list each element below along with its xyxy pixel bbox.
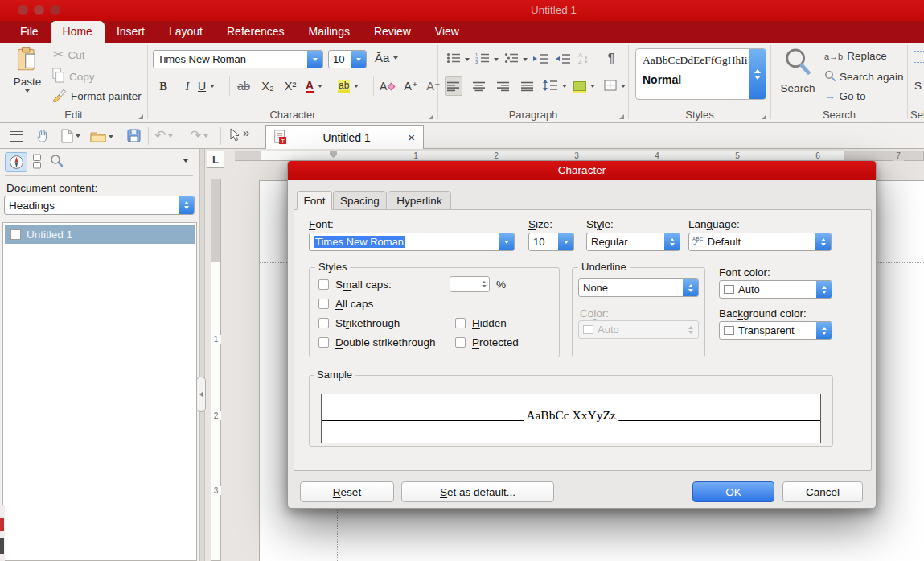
close-tab-icon[interactable]: × [406,130,417,144]
font-color-combobox[interactable]: Auto [719,280,832,299]
paragraph-background-caret[interactable] [590,85,595,88]
spinner-button[interactable] [683,279,698,296]
select-cursor-button[interactable] [227,128,239,142]
font-color-caret[interactable] [318,85,322,88]
format-painter-button[interactable]: Format painter [51,87,142,105]
menu-home[interactable]: Home [51,21,105,43]
document-tab[interactable]: T Untitled 1 × [265,125,424,149]
spinner-button[interactable] [478,277,489,291]
subscript-button[interactable]: X₂ [259,76,277,96]
dropdown-button[interactable] [499,233,514,250]
bullet-list-button[interactable] [446,52,470,66]
reset-button[interactable]: Reset [300,481,394,502]
dialog-font-name-combobox[interactable]: Times New Roman [309,233,515,251]
highlight-caret[interactable] [354,85,359,88]
character-dialog-launcher[interactable] [429,114,433,119]
style-gallery-spinner[interactable] [749,49,766,99]
line-spacing-caret[interactable] [562,85,567,88]
dropdown-button[interactable] [307,51,322,68]
superscript-button[interactable]: X² [281,76,299,96]
styles-dialog-launcher[interactable] [762,114,766,119]
save-button[interactable] [127,129,141,142]
paste-dropdown-caret[interactable] [25,89,30,93]
multilevel-list-caret[interactable] [523,58,528,61]
paste-button[interactable]: Paste [8,47,47,93]
horizontal-ruler-left-margin[interactable] [235,151,261,161]
underline-style-combobox[interactable]: None [578,278,699,297]
small-caps-checkbox[interactable] [318,279,329,290]
change-case-caret[interactable] [393,56,398,60]
toolbar-overflow-button[interactable]: » [243,126,249,139]
menu-mailings[interactable]: Mailings [297,21,362,43]
tab-stop-selector[interactable]: L [207,151,224,168]
cut-button[interactable]: ✂ Cut [53,48,84,61]
formatting-marks-button[interactable]: ¶ [602,49,620,68]
highlight-color-button[interactable]: ab [338,76,359,96]
content-tree-item[interactable]: Untitled 1 [5,225,195,244]
tab-hyperlink[interactable]: Hyperlink [388,191,451,210]
page-navigation-button[interactable] [32,154,42,169]
numbered-list-button[interactable]: 123 [475,52,499,66]
font-size-combobox[interactable]: 10 [328,50,367,68]
replace-button[interactable]: a→b Replace [824,50,887,62]
dialog-language-combobox[interactable]: ABC✓ Default [688,233,832,251]
redo-caret[interactable] [203,134,208,138]
direct-cursor-button[interactable] [35,128,51,143]
open-caret[interactable] [109,135,113,138]
menu-insert[interactable]: Insert [105,21,157,43]
set-as-default-button[interactable]: Set as default... [401,481,554,502]
menu-review[interactable]: Review [362,21,423,43]
align-left-button[interactable] [445,76,462,96]
sidebar-splitter[interactable] [199,149,205,561]
open-button[interactable] [90,130,113,142]
new-document-caret[interactable] [76,134,80,138]
dialog-size-combobox[interactable]: 10 [528,233,574,251]
dialog-style-combobox[interactable]: Regular [586,233,680,251]
menu-references[interactable]: References [215,21,297,43]
strikethrough-checkbox[interactable] [318,318,329,328]
window-close-button[interactable] [18,5,28,15]
search-button[interactable]: Search [776,47,819,94]
decrease-indent-button[interactable] [554,49,572,68]
strikethrough-button[interactable]: ab [235,76,253,96]
line-spacing-button[interactable] [543,76,567,96]
go-to-button[interactable]: → Go to [824,90,866,102]
style-gallery[interactable]: AaBbCcDdEeFfGgHhIi Normal [635,48,766,100]
sort-button[interactable]: A Z ↕ [578,49,589,68]
select-button[interactable]: S [914,80,922,92]
menu-file[interactable]: File [8,21,51,43]
window-zoom-button[interactable] [50,5,60,15]
grow-font-button[interactable]: A⁺ [402,76,420,96]
background-color-combobox[interactable]: Transparent [719,321,832,340]
content-tree[interactable]: Untitled 1 [2,222,197,561]
small-caps-percent-field[interactable] [450,276,490,292]
content-view-combobox[interactable]: Headings [4,196,195,215]
font-name-combobox[interactable]: Times New Roman [153,50,323,68]
dropdown-button[interactable] [558,233,573,250]
spinner-button[interactable] [816,281,832,298]
edit-dialog-launcher[interactable] [138,114,143,119]
new-document-button[interactable] [61,129,80,143]
bold-button[interactable]: B [154,76,172,96]
increase-indent-button[interactable] [532,49,549,68]
clear-formatting-button[interactable]: A [380,76,394,96]
sidebar-collapse-handle[interactable] [196,377,206,412]
tab-font[interactable]: Font [297,191,332,210]
copy-button[interactable]: Copy [51,68,95,85]
borders-button[interactable] [604,76,626,96]
protected-checkbox[interactable] [455,337,466,348]
spinner-button[interactable] [664,233,680,250]
paragraph-background-button[interactable] [573,76,595,96]
spinner-button[interactable] [179,196,194,214]
menu-toggle-button[interactable] [10,131,23,142]
window-minimize-button[interactable] [34,5,44,15]
undo-caret[interactable] [168,134,173,138]
borders-caret[interactable] [621,85,626,88]
search-again-button[interactable]: Search again [824,70,904,84]
align-right-button[interactable] [495,76,512,96]
paragraph-dialog-launcher[interactable] [619,114,624,119]
underline-caret[interactable] [210,85,215,88]
hidden-checkbox[interactable] [455,318,466,328]
vertical-ruler[interactable] [211,179,221,561]
multilevel-list-button[interactable] [504,52,528,66]
